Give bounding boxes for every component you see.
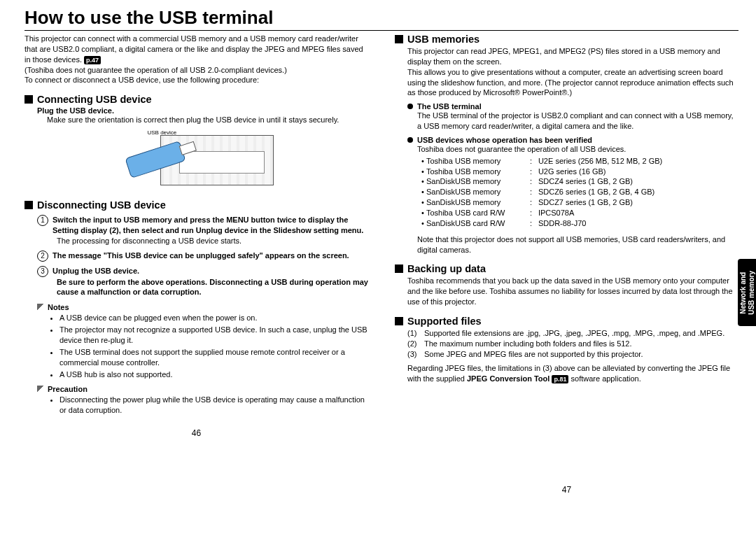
side-tab: Network andUSB memory <box>738 259 756 326</box>
note-item: The projector may not recognize a suppor… <box>59 325 368 346</box>
notes-list: A USB device can be plugged even when th… <box>59 313 368 379</box>
plug-usb-body: Make sure the orientation is correct the… <box>47 115 368 125</box>
circled-2-icon: 2 <box>37 251 48 262</box>
usb-memories-body1: This projector can read JPEG, MPEG1, and… <box>407 46 738 67</box>
verified-devices-list: Toshiba USB memory:U2E series (256 MB, 5… <box>421 156 738 229</box>
device-row: SanDiskUSB card R/W:SDDR-88-J70 <box>421 218 738 229</box>
square-bullet-icon <box>24 95 33 104</box>
backing-up-body: Toshiba recommends that you back up the … <box>407 276 738 307</box>
note-item: A USB device can be plugged even when th… <box>59 313 368 323</box>
verified-devices-intro: Toshiba does not guarantee the operation… <box>417 144 738 155</box>
circled-3-icon: 3 <box>37 266 48 277</box>
square-bullet-icon <box>395 265 403 273</box>
device-row: Toshiba USB memory:U2G series (16 GB) <box>421 167 738 177</box>
plug-usb-heading: Plug the USB device. <box>37 106 368 115</box>
square-bullet-icon <box>395 35 403 43</box>
supported-item: Some JPEG and MPEG files are not support… <box>424 349 643 360</box>
section-supported-files-label: Supported files <box>407 316 482 327</box>
jpeg-tool-name: JPEG Conversion Tool <box>467 374 550 383</box>
section-backing-up-label: Backing up data <box>407 263 486 274</box>
intro-line3: To connect or disconnect a USB device, u… <box>24 76 259 84</box>
usb-memories-body2: This allows you to give presentations wi… <box>407 67 738 99</box>
right-column: USB memories This projector can read JPE… <box>395 34 738 495</box>
sub-usb-terminal-body: The USB terminal of the projector is USB… <box>417 111 738 132</box>
left-column: This projector can connect with a commer… <box>24 34 368 495</box>
section-connecting-label: Connecting USB device <box>37 94 152 105</box>
intro-line1: This projector can connect with a commer… <box>24 34 363 64</box>
section-connecting: Connecting USB device <box>24 94 368 105</box>
page-title: How to use the USB terminal <box>24 7 738 31</box>
paren-num: (1) <box>407 328 420 339</box>
step-3: 3 Unplug the USB device. <box>37 266 368 277</box>
precaution-list: Disconnecting the power plug while the U… <box>59 395 368 416</box>
supported-files-list: (1)Supported file extensions are .jpg, .… <box>407 328 738 360</box>
step-2-text: The message "This USB device can be unpl… <box>52 251 349 262</box>
usb-figure: USB device <box>120 128 274 191</box>
notes-heading: Notes <box>37 303 368 311</box>
sub-verified-devices: USB devices whose operation has been ver… <box>407 136 738 144</box>
page-number-left: 46 <box>24 428 368 438</box>
step-1-text: Switch the input to USB memory and press… <box>52 215 368 236</box>
side-tab-label: Network andUSB memory <box>739 271 755 315</box>
page-ref-badge: p.47 <box>84 56 101 64</box>
dot-bullet-icon <box>407 137 413 143</box>
device-row: SanDiskUSB memory:SDCZ6 series (1 GB, 2 … <box>421 187 738 197</box>
supported-files-footnote: Regarding JPEG files, the limitations in… <box>407 363 738 384</box>
square-bullet-icon <box>24 201 33 209</box>
section-disconnecting-label: Disconnecting USB device <box>37 199 166 211</box>
device-row: Toshiba USB memory:U2E series (256 MB, 5… <box>421 156 738 167</box>
precaution-item: Disconnecting the power plug while the U… <box>59 395 368 416</box>
section-usb-memories: USB memories <box>395 34 738 45</box>
paren-num: (3) <box>407 349 420 360</box>
step-3-body: Be sure to perform the above operations.… <box>57 277 368 298</box>
note-item: A USB hub is also not supported. <box>59 369 368 380</box>
footnote-part-b: software application. <box>568 374 640 383</box>
supported-item: Supported file extensions are .jpg, .JPG… <box>424 328 724 339</box>
section-supported-files: Supported files <box>395 316 738 327</box>
precaution-heading: Precaution <box>37 385 368 393</box>
device-row: SanDiskUSB memory:SDCZ7 series (1 GB, 2 … <box>421 197 738 208</box>
device-row: Toshiba USB card R/W:IPCS078A <box>421 208 738 218</box>
step-2: 2 The message "This USB device can be un… <box>37 251 368 262</box>
page-number-right: 47 <box>395 485 738 495</box>
step-1: 1 Switch the input to USB memory and pre… <box>37 215 368 236</box>
device-row: SanDiskUSB memory:SDCZ4 series (1 GB, 2 … <box>421 176 738 187</box>
sub-usb-terminal: The USB terminal <box>407 102 738 111</box>
dot-bullet-icon <box>407 104 413 109</box>
supported-item: The maximum number including both folder… <box>424 339 632 349</box>
precaution-label: Precaution <box>48 385 88 393</box>
verified-devices-note: Note that this projector does not suppor… <box>417 234 738 255</box>
intro-text: This projector can connect with a commer… <box>24 34 368 85</box>
square-bullet-icon <box>395 317 403 325</box>
sub-verified-devices-label: USB devices whose operation has been ver… <box>417 136 592 144</box>
note-triangle-icon <box>37 386 44 393</box>
page-ref-badge: p.81 <box>552 375 568 383</box>
notes-label: Notes <box>48 303 69 311</box>
paren-num: (2) <box>407 339 420 349</box>
note-triangle-icon <box>37 304 44 311</box>
section-backing-up: Backing up data <box>395 263 738 274</box>
intro-line2: (Toshiba does not guarantee the operatio… <box>24 66 287 74</box>
section-disconnecting: Disconnecting USB device <box>24 199 368 211</box>
note-item: The USB terminal does not support the su… <box>59 347 368 368</box>
sub-usb-terminal-label: The USB terminal <box>417 102 482 111</box>
circled-1-icon: 1 <box>37 215 48 226</box>
step-1-body: The processing for disconnecting a USB d… <box>57 236 368 246</box>
section-usb-memories-label: USB memories <box>407 34 479 45</box>
step-3-text: Unplug the USB device. <box>52 266 139 277</box>
